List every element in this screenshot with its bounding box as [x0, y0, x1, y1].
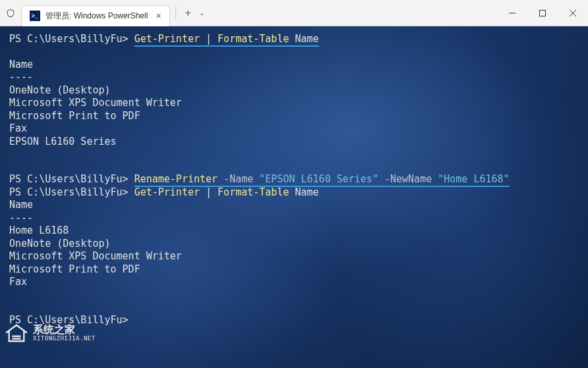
titlebar: >_ 管理员: Windows PowerShell × + ⌄ [0, 0, 588, 26]
printer: OneNote (Desktop) [9, 238, 579, 251]
printer: EPSON L6160 Series [9, 136, 579, 149]
watermark: 系统之家 XITONGZHIJIA.NET [4, 323, 573, 344]
output-header: Name [9, 59, 579, 72]
window-controls [497, 0, 588, 26]
app-shield-icon [5, 8, 16, 18]
powershell-window: >_ 管理员: Windows PowerShell × + ⌄ PS C:\U… [0, 0, 588, 368]
printer: Home L6168 [9, 224, 579, 238]
printer: OneNote (Desktop) [9, 84, 579, 97]
tab-divider [175, 7, 176, 20]
cmd-line-2: PS C:\Users\BillyFu> Rename-Printer -Nam… [9, 173, 579, 186]
watermark-url: XITONGZHIJIA.NET [33, 336, 96, 342]
close-button[interactable] [558, 0, 588, 26]
printer: Microsoft XPS Document Writer [9, 250, 579, 263]
maximize-button[interactable] [527, 0, 558, 26]
new-tab-button[interactable]: + [181, 7, 195, 19]
printer: Fax [9, 276, 579, 289]
terminal-content[interactable]: PS C:\Users\BillyFu> Get-Printer | Forma… [0, 26, 588, 368]
output-header: Name [9, 199, 579, 212]
printer: Microsoft XPS Document Writer [9, 97, 579, 110]
printer: Microsoft Print to PDF [9, 110, 579, 123]
output-dashes: ---- [9, 212, 579, 225]
tab-close-button[interactable]: × [156, 11, 161, 21]
tab-dropdown-button[interactable]: ⌄ [195, 9, 208, 16]
cmd-line-1: PS C:\Users\BillyFu> Get-Printer | Forma… [9, 33, 579, 46]
tab-title: 管理员: Windows PowerShell [45, 11, 148, 22]
printer: Microsoft Print to PDF [9, 263, 579, 276]
printer: Fax [9, 122, 579, 136]
watermark-house-icon [4, 323, 29, 344]
output-dashes: ---- [9, 71, 579, 84]
svg-rect-1 [540, 10, 546, 16]
watermark-title: 系统之家 [33, 324, 96, 336]
tab[interactable]: >_ 管理员: Windows PowerShell × [21, 5, 170, 26]
powershell-icon: >_ [30, 11, 40, 21]
minimize-button[interactable] [497, 0, 527, 26]
cmd-line-3: PS C:\Users\BillyFu> Get-Printer | Forma… [9, 186, 579, 199]
